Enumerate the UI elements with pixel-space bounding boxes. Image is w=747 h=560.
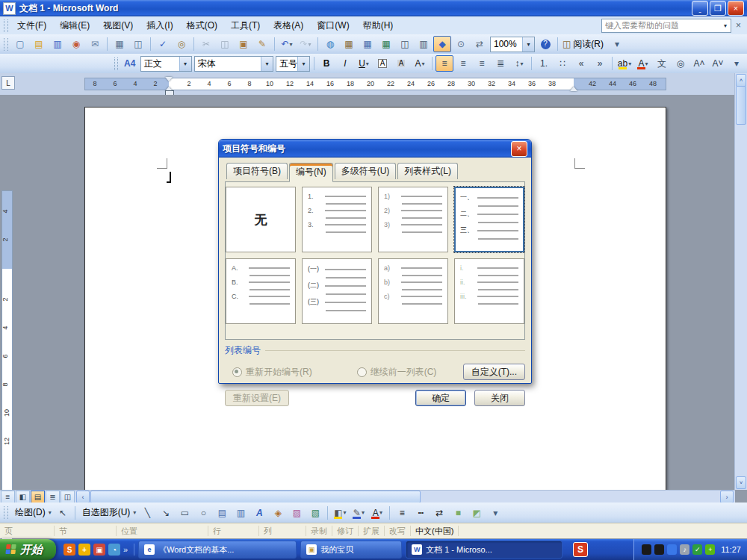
arrow-style-icon[interactable]: ⇄	[430, 505, 448, 521]
numbering-icon[interactable]: 1.	[535, 55, 553, 72]
chevron-down-icon[interactable]: ▾	[297, 57, 309, 71]
audio-icon[interactable]: ♪	[680, 544, 689, 555]
font-color-icon[interactable]: A▾	[368, 505, 386, 521]
fill-color-icon[interactable]: ◧▾	[331, 505, 349, 521]
shadow-style-icon[interactable]: ■	[449, 505, 467, 521]
web-layout-view-button[interactable]: ◧	[16, 491, 30, 503]
redo-icon[interactable]: ↷▾	[297, 36, 314, 52]
wordart-icon[interactable]: A	[250, 505, 268, 521]
chevron-down-icon[interactable]: ▾	[179, 57, 191, 71]
new-document-icon[interactable]: ▢	[11, 36, 29, 52]
text-box-icon[interactable]: ▤	[213, 505, 231, 521]
reading-view-button[interactable]: ◫	[61, 491, 75, 503]
align-left-icon[interactable]: ≡	[436, 55, 453, 72]
italic-icon[interactable]: I	[336, 55, 354, 72]
menu-item[interactable]: 格式(O)	[180, 17, 224, 34]
line-spacing-icon[interactable]: ↕▾	[510, 55, 528, 72]
menu-item[interactable]: 文件(F)	[10, 17, 53, 34]
tab-项目符号(B)[interactable]: 项目符号(B)	[226, 163, 288, 179]
styles-panel-icon[interactable]: A4	[121, 55, 139, 72]
open-folder-icon[interactable]: ▤	[30, 36, 48, 52]
chevron-down-icon[interactable]: ▾	[720, 22, 731, 29]
enclosed-character-icon[interactable]: ◎	[672, 55, 689, 72]
normal-view-button[interactable]: ≡	[1, 491, 15, 503]
align-center-icon[interactable]: ≡	[454, 55, 472, 72]
reset-button[interactable]: 重新设置(E)	[225, 390, 289, 406]
right-indent-marker[interactable]	[570, 87, 577, 91]
save-icon[interactable]: ▥	[49, 36, 66, 52]
menu-item[interactable]: 视图(V)	[96, 17, 140, 34]
sogou-launch-icon[interactable]: S	[63, 544, 75, 556]
shrink-fit-icon[interactable]: ⇄	[471, 36, 489, 52]
close-button[interactable]: ×	[728, 1, 744, 16]
task-word-help-doc[interactable]: e《Word文档的基本...	[138, 541, 297, 559]
line-color-icon[interactable]: ✎▾	[350, 505, 368, 521]
sogou-indicator-icon[interactable]: S	[573, 542, 588, 557]
numbering-arabic-paren-cell[interactable]: 1)2)3)	[378, 187, 448, 252]
threed-style-icon[interactable]: ◩	[468, 505, 486, 521]
insert-table-icon[interactable]: ▦	[359, 36, 376, 52]
toolbar-options-icon[interactable]: ▾	[728, 55, 746, 72]
bold-icon[interactable]: B	[317, 55, 335, 72]
insert-excel-icon[interactable]: ▦	[377, 36, 395, 52]
phonetic-guide-icon[interactable]: 文	[653, 55, 671, 72]
document-map-icon[interactable]: ▥	[415, 36, 433, 52]
font-color-icon[interactable]: A▾	[634, 55, 652, 72]
paste-icon[interactable]: ▣	[235, 36, 252, 52]
tab-列表样式(L)[interactable]: 列表样式(L)	[397, 163, 458, 179]
arrow-icon[interactable]: ↘	[157, 505, 175, 521]
menu-item[interactable]: 表格(A)	[267, 17, 310, 34]
toolbar-drag-handle[interactable]	[4, 19, 8, 32]
status-toggle[interactable]: 扩展	[359, 526, 385, 536]
menu-item[interactable]: 窗口(W)	[310, 17, 356, 34]
research-icon[interactable]: ◎	[173, 36, 190, 52]
tables-borders-icon[interactable]: ▦	[340, 36, 358, 52]
scroll-down-icon[interactable]: ˅	[736, 476, 746, 489]
tab-selector[interactable]: L	[1, 76, 15, 90]
autoshapes-menu-button[interactable]: 自选图形(U)▾	[78, 505, 138, 521]
oval-icon[interactable]: ○	[194, 505, 212, 521]
help-question-box[interactable]: 键入需要帮助的问题 ▾	[601, 19, 731, 33]
menu-item[interactable]: 编辑(E)	[53, 17, 96, 34]
drawing-toolbar-icon[interactable]: ◆	[433, 36, 451, 52]
character-scale-icon[interactable]: A▾	[411, 55, 429, 72]
select-objects-icon[interactable]: ↖	[54, 505, 72, 521]
dialog-close-icon[interactable]: ×	[511, 141, 527, 157]
numbering-chinese-paren-cell[interactable]: (一)(二)(三)	[302, 258, 372, 324]
toolbar-drag-handle[interactable]	[4, 38, 8, 51]
toolbar-options-icon[interactable]: ▾	[486, 505, 504, 521]
tab-多级符号(U)[interactable]: 多级符号(U)	[335, 163, 397, 179]
spelling-icon[interactable]: ✓	[154, 36, 172, 52]
first-line-indent-marker[interactable]	[165, 77, 173, 81]
chevron-down-icon[interactable]: ▾	[261, 57, 273, 71]
menu-item[interactable]: 帮助(H)	[356, 17, 400, 34]
character-shading-icon[interactable]: A	[392, 55, 410, 72]
scroll-right-icon[interactable]: ›	[720, 491, 734, 503]
ok-button[interactable]: 确定	[415, 390, 466, 406]
horizontal-ruler[interactable]: 8642246810121416182022242628303234363842…	[84, 78, 666, 90]
line-style-icon[interactable]: ≡	[393, 505, 411, 521]
print-icon[interactable]: ▦	[111, 36, 128, 52]
coin-icon[interactable]: +	[705, 544, 715, 555]
close-help-icon[interactable]: ×	[731, 20, 746, 31]
numbering-alpha-lower-cell[interactable]: a)b)c)	[378, 258, 448, 324]
toolbar-options-icon[interactable]: ▾	[608, 36, 626, 52]
chevron-down-icon[interactable]: ▾	[522, 37, 534, 52]
menu-item[interactable]: 插入(I)	[140, 17, 179, 34]
print-preview-icon[interactable]: ◫	[129, 36, 147, 52]
shrink-font-icon[interactable]: A˅	[709, 55, 727, 72]
menu-item[interactable]: 工具(T)	[224, 17, 267, 34]
undo-icon[interactable]: ↶▾	[278, 36, 296, 52]
email-icon[interactable]: ✉	[86, 36, 104, 52]
reading-layout-button[interactable]: ◫阅读(R)	[561, 36, 607, 52]
messenger-icon[interactable]	[667, 544, 677, 555]
browser-launch-icon[interactable]: ◔	[108, 544, 120, 556]
status-toggle[interactable]: 录制	[306, 526, 332, 536]
customize-button[interactable]: 自定义(T)...	[463, 364, 525, 380]
numbering-chinese-dun-cell[interactable]: 一、二、三、	[454, 187, 524, 252]
language-indicator[interactable]: 中文(中国)	[411, 526, 459, 536]
minimize-button[interactable]: ˍ	[692, 1, 708, 16]
numbering-roman-lower-cell[interactable]: i.ii.iii.	[454, 258, 524, 324]
vertical-scrollbar[interactable]: ˄ ˅	[734, 73, 747, 490]
bullets-icon[interactable]: ∷	[554, 55, 571, 72]
